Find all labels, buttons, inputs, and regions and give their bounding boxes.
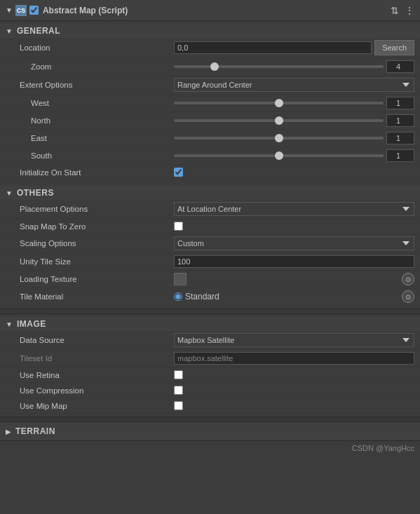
use-retina-row: Use Retina: [0, 367, 420, 383]
component-header: ▼ CS Abstract Map (Script) ⇅ ⋮: [0, 0, 420, 21]
header-actions: ⇅ ⋮: [391, 5, 414, 16]
general-section-title: GENERAL: [17, 26, 60, 36]
component-title: Abstract Map (Script): [43, 6, 391, 15]
extent-options-row: Extent Options Range Around Center World…: [0, 76, 420, 95]
snap-map-value: [174, 222, 414, 231]
placement-options-row: Placement Options At Location Center At …: [0, 200, 420, 219]
extent-options-dropdown[interactable]: Range Around Center World Extent Custom: [174, 78, 414, 92]
zoom-slider[interactable]: [174, 65, 384, 68]
tile-material-label: Tile Material: [6, 292, 174, 301]
west-row: West: [0, 95, 420, 112]
use-compression-checkbox[interactable]: [174, 386, 183, 395]
south-row: South: [0, 147, 420, 165]
terrain-arrow-icon: ▶: [6, 428, 11, 435]
others-section-header[interactable]: ▼ Others: [0, 186, 420, 200]
data-source-dropdown[interactable]: Mapbox Satellite Mapbox Streets Mapbox T…: [174, 333, 414, 347]
north-slider-container: [174, 114, 414, 127]
west-value-input[interactable]: [386, 97, 414, 109]
location-row: Location Search: [0, 38, 420, 58]
footer: CSDN @YangHcc: [0, 440, 420, 455]
use-mip-map-label: Use Mip Map: [6, 402, 174, 410]
terrain-section-title: TERRAIN: [15, 426, 55, 436]
snap-map-checkbox[interactable]: [174, 222, 183, 231]
zoom-value-input[interactable]: [386, 60, 414, 73]
component-enabled-checkbox[interactable]: [29, 6, 39, 15]
south-value-input[interactable]: [386, 149, 414, 162]
tile-material-select-btn[interactable]: ⊙: [402, 290, 414, 303]
tile-material-value: Standard ⊙: [174, 290, 414, 303]
tile-material-radio[interactable]: [174, 292, 182, 301]
loading-texture-container: ⊙: [174, 273, 414, 285]
tileset-id-input[interactable]: [174, 352, 414, 365]
west-slider-container: [174, 97, 414, 109]
north-slider[interactable]: [174, 119, 384, 122]
zoom-value-container: [174, 60, 414, 73]
north-value-input[interactable]: [386, 114, 414, 127]
use-compression-row: Use Compression: [0, 383, 420, 398]
east-row: East: [0, 130, 420, 147]
use-compression-label: Use Compression: [6, 386, 174, 395]
east-slider[interactable]: [174, 137, 384, 140]
general-section: ▼ GENERAL Location Search Zoom Extent Op…: [0, 21, 420, 183]
west-slider[interactable]: [174, 102, 384, 104]
tile-material-text: Standard: [185, 292, 219, 302]
tile-material-row: Tile Material Standard ⊙: [0, 288, 420, 306]
east-slider-container: [174, 132, 414, 144]
south-slider-container: [174, 149, 414, 162]
initialize-on-start-checkbox[interactable]: [174, 168, 183, 177]
east-label: East: [6, 134, 174, 142]
data-source-row: Data Source Mapbox Satellite Mapbox Stre…: [0, 331, 420, 350]
search-button[interactable]: Search: [374, 40, 414, 55]
section-divider: [0, 309, 420, 314]
loading-texture-box[interactable]: [174, 273, 187, 285]
location-value-container: Search: [174, 40, 414, 55]
terrain-section-header[interactable]: ▶ TERRAIN: [0, 422, 420, 440]
location-label: Location: [6, 43, 174, 52]
zoom-row: Zoom: [0, 58, 420, 76]
location-input[interactable]: [174, 41, 372, 54]
loading-texture-value: ⊙: [174, 273, 414, 285]
initialize-on-start-row: Initialize On Start: [0, 165, 420, 180]
south-slider[interactable]: [174, 154, 384, 157]
snap-map-label: Snap Map To Zero: [6, 222, 174, 231]
zoom-label: Zoom: [6, 62, 174, 71]
use-mip-map-value: [174, 401, 414, 410]
use-mip-map-checkbox[interactable]: [174, 401, 183, 410]
script-icon: CS: [15, 5, 27, 16]
east-value-input[interactable]: [386, 132, 414, 144]
loading-texture-select-btn[interactable]: ⊙: [402, 273, 414, 285]
use-compression-value: [174, 386, 414, 395]
context-menu-icon[interactable]: ⋮: [405, 5, 414, 16]
image-section-header[interactable]: ▼ IMAGE: [0, 317, 420, 331]
west-value: [174, 97, 414, 109]
use-retina-checkbox[interactable]: [174, 370, 183, 379]
zoom-slider-container: [174, 60, 414, 73]
unity-tile-size-row: Unity Tile Size: [0, 253, 420, 271]
scaling-options-label: Scaling Options: [6, 239, 174, 248]
presets-icon[interactable]: ⇅: [391, 5, 399, 16]
south-value: [174, 149, 414, 162]
collapse-arrow-icon[interactable]: ▼: [6, 6, 13, 14]
section-divider-2: [0, 417, 420, 422]
inspector-panel: ▼ CS Abstract Map (Script) ⇅ ⋮ ▼ GENERAL…: [0, 0, 420, 455]
west-label: West: [6, 99, 174, 107]
placement-options-dropdown[interactable]: At Location Center At Tile Center At Wor…: [174, 202, 414, 216]
tile-material-container: Standard ⊙: [174, 290, 414, 303]
unity-tile-size-input[interactable]: [174, 255, 414, 268]
use-retina-value: [174, 370, 414, 379]
data-source-label: Data Source: [6, 336, 174, 344]
scaling-options-dropdown[interactable]: Custom World Scale Custom Scale: [174, 236, 414, 250]
loading-texture-label: Loading Texture: [6, 275, 174, 283]
extent-options-label: Extent Options: [6, 81, 174, 89]
scaling-options-row: Scaling Options Custom World Scale Custo…: [0, 234, 420, 253]
unity-tile-size-value: [174, 255, 414, 268]
snap-map-row: Snap Map To Zero: [0, 219, 420, 234]
others-arrow-icon: ▼: [6, 189, 13, 197]
others-section-title: Others: [17, 188, 54, 198]
initialize-on-start-value: [174, 168, 414, 177]
tileset-id-label: Tileset Id: [6, 354, 174, 363]
scaling-options-value: Custom World Scale Custom Scale: [174, 236, 414, 250]
south-label: South: [6, 151, 174, 160]
east-value: [174, 132, 414, 144]
general-section-header[interactable]: ▼ GENERAL: [0, 24, 420, 38]
